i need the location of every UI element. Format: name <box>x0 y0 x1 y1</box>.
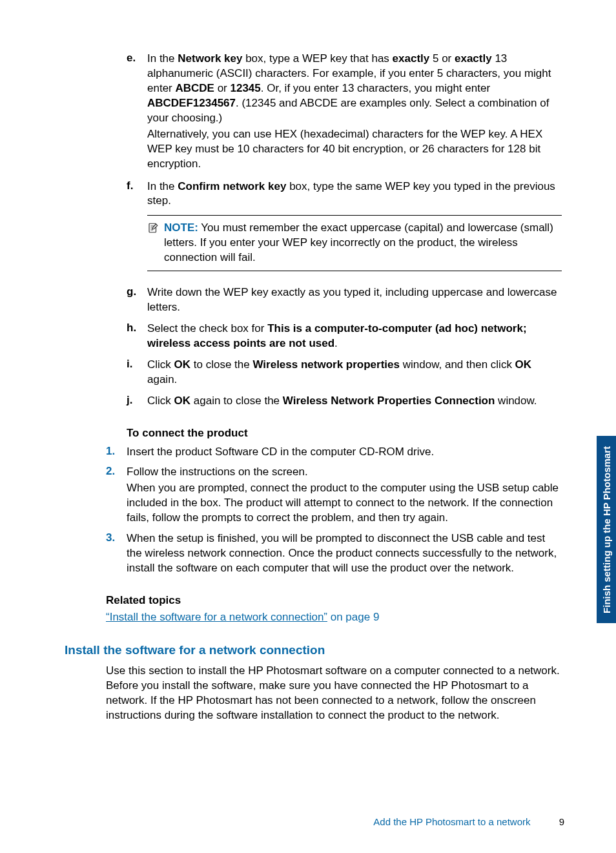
step-marker: 2. <box>106 465 127 527</box>
section-h2-para: Use this section to install the HP Photo… <box>106 664 562 723</box>
step-marker: f. <box>127 180 147 280</box>
step-marker: h. <box>127 322 147 351</box>
alpha-list-wrap: e. In the Network key box, type a WEP ke… <box>127 52 562 409</box>
footer: Add the HP Photosmart to a network 9 <box>373 816 564 827</box>
step-body: Click OK to close the Wireless network p… <box>147 358 562 387</box>
step-marker: e. <box>127 52 147 173</box>
step-f-p: In the Confirm network key box, type the… <box>147 180 562 209</box>
step-body: In the Network key box, type a WEP key t… <box>147 52 562 173</box>
note-icon <box>147 222 159 234</box>
num-step-1: 1. Insert the product Software CD in the… <box>106 445 562 460</box>
step-body: Write down the WEP key exactly as you ty… <box>147 285 562 315</box>
numbered-list: 1. Insert the product Software CD in the… <box>106 445 562 577</box>
alpha-list: e. In the Network key box, type a WEP ke… <box>127 52 562 409</box>
note-text: NOTE: You must remember the exact upperc… <box>164 221 562 265</box>
step-j: j. Click OK again to close the Wireless … <box>127 394 562 409</box>
related-link-row: “Install the software for a network conn… <box>106 611 562 624</box>
related-topics-heading: Related topics <box>106 594 562 607</box>
step-e-p1: In the Network key box, type a WEP key t… <box>147 52 562 126</box>
step-marker: g. <box>127 285 147 315</box>
step-e-p2: Alternatively, you can use HEX (hexadeci… <box>147 127 562 172</box>
num-step-2: 2. Follow the instructions on the screen… <box>106 465 562 527</box>
step-h: h. Select the check box for This is a co… <box>127 322 562 351</box>
step-body: Insert the product Software CD in the co… <box>127 445 562 460</box>
connect-heading: To connect the product <box>127 427 562 440</box>
note-box: NOTE: You must remember the exact upperc… <box>147 215 562 271</box>
section-h2: Install the software for a network conne… <box>65 643 562 657</box>
step-marker: 1. <box>106 445 127 460</box>
step-marker: i. <box>127 358 147 387</box>
step-body: Select the check box for This is a compu… <box>147 322 562 351</box>
content-area: e. In the Network key box, type a WEP ke… <box>65 52 562 723</box>
step-e: e. In the Network key box, type a WEP ke… <box>127 52 562 173</box>
step-i: i. Click OK to close the Wireless networ… <box>127 358 562 387</box>
step-g: g. Write down the WEP key exactly as you… <box>127 285 562 315</box>
step-marker: 3. <box>106 531 127 576</box>
related-link[interactable]: “Install the software for a network conn… <box>106 611 327 623</box>
step-body: In the Confirm network key box, type the… <box>147 180 562 280</box>
footer-text: Add the HP Photosmart to a network <box>373 816 530 827</box>
related-link-suffix: on page 9 <box>327 611 379 623</box>
side-tab: Finish setting up the HP Photosmart <box>597 436 616 623</box>
page: e. In the Network key box, type a WEP ke… <box>0 0 616 853</box>
num-step-3: 3. When the setup is finished, you will … <box>106 531 562 576</box>
footer-page-number: 9 <box>559 816 564 827</box>
step-body: When the setup is finished, you will be … <box>127 531 562 576</box>
step-f: f. In the Confirm network key box, type … <box>127 180 562 280</box>
side-tab-label: Finish setting up the HP Photosmart <box>601 446 612 613</box>
step-body: Click OK again to close the Wireless Net… <box>147 394 562 409</box>
note-label: NOTE: <box>164 221 198 234</box>
step-body: Follow the instructions on the screen. W… <box>127 465 562 527</box>
step-marker: j. <box>127 394 147 409</box>
note-icon-wrap <box>147 221 164 265</box>
